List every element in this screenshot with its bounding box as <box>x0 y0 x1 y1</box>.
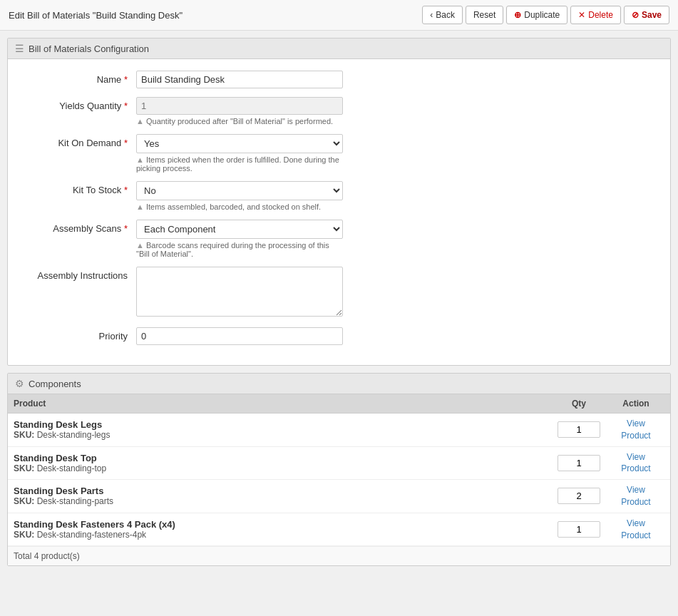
component-name-4: Standing Desk Fasteners 4 Pack (x4) <box>14 519 550 530</box>
assembly-scans-help: Barcode scans required during the proces… <box>136 241 343 258</box>
col-action-header: Action <box>607 399 664 409</box>
priority-label: Priority <box>22 327 136 342</box>
kit-on-demand-row: Kit On Demand * Yes No Items picked when… <box>22 134 656 173</box>
view-product-link-3[interactable]: ViewProduct <box>621 484 650 508</box>
duplicate-button[interactable]: ⊕ Duplicate <box>506 6 567 24</box>
table-footer: Total 4 product(s) <box>8 546 670 565</box>
assembly-scans-control-wrap: Each Component None All Barcode scans re… <box>136 220 656 258</box>
components-table-header: Product Qty Action <box>8 394 670 414</box>
form-body: Name * Yields Quantity * Quantity produc… <box>8 59 670 365</box>
kit-on-demand-required: * <box>124 138 128 148</box>
priority-input[interactable] <box>136 327 343 345</box>
qty-cell-2 <box>550 455 607 471</box>
page-title: Edit Bill of Materials "Build Standing D… <box>9 10 183 21</box>
kit-on-demand-label: Kit On Demand * <box>22 134 136 148</box>
action-cell-3: ViewProduct <box>607 484 664 508</box>
priority-row: Priority <box>22 327 656 345</box>
assembly-instructions-textarea[interactable] <box>136 267 343 317</box>
check-icon: ⊘ <box>632 10 639 20</box>
kit-to-stock-help: Items assembled, barcoded, and stocked o… <box>136 202 343 211</box>
view-product-link-4[interactable]: ViewProduct <box>621 518 650 542</box>
col-product-header: Product <box>14 399 550 409</box>
component-info-4: Standing Desk Fasteners 4 Pack (x4) SKU:… <box>14 519 550 540</box>
kit-to-stock-select[interactable]: No Yes <box>136 181 343 200</box>
page-header: Edit Bill of Materials "Build Standing D… <box>0 0 678 31</box>
components-section-header: ⚙ Components <box>8 374 670 394</box>
yields-qty-help: Quantity produced after "Bill of Materia… <box>136 117 343 125</box>
table-row: Standing Desk Parts SKU: Desk-standing-p… <box>8 480 670 513</box>
kit-to-stock-row: Kit To Stock * No Yes Items assembled, b… <box>22 181 656 211</box>
view-product-link-2[interactable]: ViewProduct <box>621 451 650 476</box>
name-label: Name * <box>22 71 136 85</box>
view-product-link-1[interactable]: ViewProduct <box>621 418 650 442</box>
kit-on-demand-help: Items picked when the order is fulfilled… <box>136 155 343 173</box>
component-info-1: Standing Desk Legs SKU: Desk-standing-le… <box>14 419 550 440</box>
assembly-scans-label: Assembly Scans * <box>22 220 136 234</box>
assembly-scans-required: * <box>124 223 128 234</box>
qty-cell-3 <box>550 488 607 504</box>
qty-input-4[interactable] <box>558 521 600 538</box>
table-row: Standing Desk Fasteners 4 Pack (x4) SKU:… <box>8 513 670 547</box>
component-sku-1: SKU: Desk-standing-legs <box>14 430 550 440</box>
qty-input-2[interactable] <box>558 455 600 471</box>
back-chevron-icon: ‹ <box>430 10 433 20</box>
action-cell-4: ViewProduct <box>607 518 664 542</box>
table-row: Standing Desk Top SKU: Desk-standing-top… <box>8 447 670 481</box>
plus-circle-icon: ⊕ <box>514 10 521 20</box>
action-cell-1: ViewProduct <box>607 418 664 442</box>
assembly-scans-row: Assembly Scans * Each Component None All… <box>22 220 656 258</box>
delete-button[interactable]: ✕ Delete <box>570 6 621 24</box>
bom-config-section: ☰ Bill of Materials Configuration Name *… <box>7 38 671 366</box>
yields-qty-required: * <box>124 101 128 111</box>
qty-input-1[interactable] <box>558 421 600 438</box>
reset-button[interactable]: Reset <box>466 6 503 24</box>
component-info-3: Standing Desk Parts SKU: Desk-standing-p… <box>14 486 550 506</box>
save-button[interactable]: ⊘ Save <box>624 6 669 24</box>
priority-control-wrap <box>136 327 656 345</box>
kit-on-demand-select[interactable]: Yes No <box>136 134 343 153</box>
component-sku-4: SKU: Desk-standing-fasteners-4pk <box>14 530 550 540</box>
back-button[interactable]: ‹ Back <box>422 6 463 24</box>
header-buttons: ‹ Back Reset ⊕ Duplicate ✕ Delete ⊘ Save <box>422 6 669 24</box>
name-input[interactable] <box>136 71 343 88</box>
assembly-instructions-row: Assembly Instructions <box>22 267 656 319</box>
name-row: Name * <box>22 71 656 88</box>
kit-on-demand-control-wrap: Yes No Items picked when the order is fu… <box>136 134 656 173</box>
component-sku-2: SKU: Desk-standing-top <box>14 463 550 473</box>
assembly-instructions-control-wrap <box>136 267 656 319</box>
assembly-scans-select[interactable]: Each Component None All <box>136 220 343 239</box>
name-required: * <box>124 74 128 85</box>
component-name-2: Standing Desk Top <box>14 453 550 463</box>
x-icon: ✕ <box>578 10 585 20</box>
components-section: ⚙ Components Product Qty Action Standing… <box>7 373 671 566</box>
components-icon: ⚙ <box>15 378 24 389</box>
total-products-text: Total 4 product(s) <box>14 551 80 561</box>
component-info-2: Standing Desk Top SKU: Desk-standing-top <box>14 453 550 473</box>
yields-qty-input[interactable] <box>136 97 343 115</box>
bom-section-title: Bill of Materials Configuration <box>29 43 149 54</box>
bom-section-icon: ☰ <box>15 43 24 54</box>
assembly-instructions-label: Assembly Instructions <box>22 267 136 281</box>
name-control-wrap <box>136 71 656 88</box>
qty-cell-1 <box>550 421 607 438</box>
component-sku-3: SKU: Desk-standing-parts <box>14 496 550 506</box>
yields-qty-label: Yields Quantity * <box>22 97 136 111</box>
qty-cell-4 <box>550 521 607 538</box>
kit-to-stock-control-wrap: No Yes Items assembled, barcoded, and st… <box>136 181 656 211</box>
qty-input-3[interactable] <box>558 488 600 504</box>
kit-to-stock-required: * <box>124 185 128 195</box>
component-name-3: Standing Desk Parts <box>14 486 550 496</box>
kit-to-stock-label: Kit To Stock * <box>22 181 136 195</box>
col-qty-header: Qty <box>550 399 607 409</box>
yields-qty-row: Yields Quantity * Quantity produced afte… <box>22 97 656 125</box>
action-cell-2: ViewProduct <box>607 451 664 476</box>
table-row: Standing Desk Legs SKU: Desk-standing-le… <box>8 414 670 447</box>
yields-qty-control-wrap: Quantity produced after "Bill of Materia… <box>136 97 656 125</box>
component-name-1: Standing Desk Legs <box>14 419 550 430</box>
bom-section-header: ☰ Bill of Materials Configuration <box>8 38 670 59</box>
components-section-title: Components <box>29 379 81 389</box>
